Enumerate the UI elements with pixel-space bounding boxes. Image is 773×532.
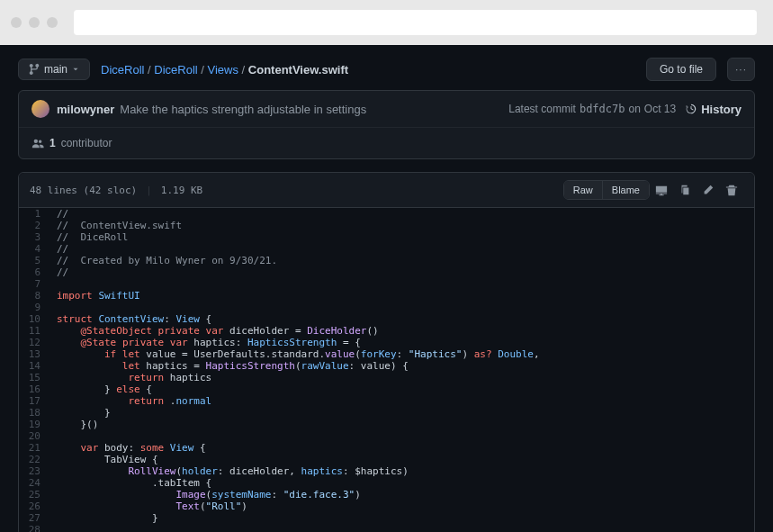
line-number[interactable]: 16: [19, 383, 53, 395]
code-line: 10struct ContentView: View {: [19, 313, 754, 325]
line-content: [53, 278, 754, 290]
commit-box: milowyner Make the haptics strength adju…: [18, 90, 755, 159]
raw-button[interactable]: Raw: [564, 181, 603, 199]
branch-label: main: [44, 63, 67, 76]
line-content: let haptics = HapticsStrength(rawValue: …: [53, 360, 754, 372]
line-number[interactable]: 4: [19, 243, 53, 255]
line-number[interactable]: 2: [19, 220, 53, 231]
line-number[interactable]: 21: [19, 442, 53, 454]
line-content: }: [53, 512, 754, 524]
code-line: 23 RollView(holder: diceHolder, haptics:…: [19, 465, 754, 477]
traffic-lights: [11, 17, 58, 28]
line-content: RollView(holder: diceHolder, haptics: $h…: [53, 465, 754, 477]
delete-button[interactable]: [720, 180, 743, 200]
code-line: 17 return .normal: [19, 395, 754, 407]
line-number[interactable]: 14: [19, 360, 53, 372]
blame-button[interactable]: Blame: [603, 181, 649, 199]
people-icon: [31, 137, 44, 149]
commit-date: Oct 13: [644, 103, 676, 115]
minimize-window-icon[interactable]: [29, 17, 40, 28]
url-bar[interactable]: [74, 10, 757, 35]
close-window-icon[interactable]: [11, 17, 22, 28]
line-number[interactable]: 11: [19, 325, 53, 337]
line-number[interactable]: 13: [19, 348, 53, 360]
latest-commit-label: Latest commit: [508, 103, 576, 115]
line-content: TabView {: [53, 454, 754, 465]
commit-author[interactable]: milowyner: [57, 103, 114, 116]
code-line: 6//: [19, 266, 754, 278]
line-content: } else {: [53, 383, 754, 395]
breadcrumb-link-folder[interactable]: Views: [208, 63, 238, 77]
go-to-file-button[interactable]: Go to file: [646, 58, 716, 81]
contributors-row: 1 contributor: [19, 128, 754, 158]
line-number[interactable]: 10: [19, 313, 53, 325]
line-number[interactable]: 8: [19, 290, 53, 302]
breadcrumb: DiceRoll / DiceRoll / Views / ContentVie…: [101, 63, 635, 77]
chevron-down-icon: [71, 65, 80, 74]
desktop-icon: [655, 184, 668, 196]
copy-button[interactable]: [673, 180, 697, 200]
code-area[interactable]: 1//2// ContentView.swift3// DiceRoll4//5…: [19, 208, 754, 532]
line-content: .tabItem {: [53, 477, 754, 489]
line-number[interactable]: 22: [19, 454, 53, 465]
line-content: }(): [53, 419, 754, 430]
line-number[interactable]: 24: [19, 477, 53, 489]
contributor-count: 1: [49, 137, 56, 149]
commit-hash[interactable]: bdfdc7b: [580, 103, 625, 115]
line-number[interactable]: 9: [19, 302, 53, 313]
code-line: 21 var body: some View {: [19, 442, 754, 454]
code-line: 26 Text("Roll"): [19, 500, 754, 512]
history-link[interactable]: History: [685, 103, 742, 116]
breadcrumb-link-root[interactable]: DiceRoll: [101, 63, 144, 77]
line-number[interactable]: 26: [19, 500, 53, 512]
code-line: 28: [19, 524, 754, 532]
code-line: 15 return haptics: [19, 372, 754, 383]
line-content: Text("Roll"): [53, 500, 754, 512]
line-content: return .normal: [53, 395, 754, 407]
line-number[interactable]: 1: [19, 208, 53, 220]
page-body: main DiceRoll / DiceRoll / Views / Conte…: [0, 45, 773, 532]
line-number[interactable]: 19: [19, 419, 53, 430]
line-number[interactable]: 18: [19, 407, 53, 419]
more-options-button[interactable]: ···: [727, 58, 755, 81]
code-line: 5// Created by Milo Wyner on 9/30/21.: [19, 255, 754, 266]
edit-button[interactable]: [697, 180, 720, 200]
code-line: 13 if let value = UserDefaults.standard.…: [19, 348, 754, 360]
line-number[interactable]: 28: [19, 524, 53, 532]
line-content: Image(systemName: "die.face.3"): [53, 489, 754, 500]
file-info: 48 lines (42 sloc) | 1.19 KB: [30, 185, 563, 196]
line-content: [53, 302, 754, 313]
maximize-window-icon[interactable]: [47, 17, 58, 28]
line-number[interactable]: 7: [19, 278, 53, 290]
code-line: 24 .tabItem {: [19, 477, 754, 489]
copy-icon: [679, 184, 691, 196]
breadcrumb-link-project[interactable]: DiceRoll: [154, 63, 197, 77]
open-desktop-button[interactable]: [650, 180, 673, 200]
line-number[interactable]: 5: [19, 255, 53, 266]
line-number[interactable]: 12: [19, 337, 53, 348]
code-line: 9: [19, 302, 754, 313]
line-number[interactable]: 25: [19, 489, 53, 500]
line-number[interactable]: 27: [19, 512, 53, 524]
code-line: 7: [19, 278, 754, 290]
line-number[interactable]: 23: [19, 465, 53, 477]
git-branch-icon: [28, 63, 40, 76]
commit-message[interactable]: Make the haptics strength adjustable in …: [120, 103, 508, 116]
line-content: //: [53, 243, 754, 255]
line-number[interactable]: 17: [19, 395, 53, 407]
pencil-icon: [702, 184, 715, 196]
code-line: 8import SwiftUI: [19, 290, 754, 302]
line-content: @State private var haptics: HapticsStren…: [53, 337, 754, 348]
code-line: 12 @State private var haptics: HapticsSt…: [19, 337, 754, 348]
line-content: return haptics: [53, 372, 754, 383]
line-number[interactable]: 3: [19, 231, 53, 243]
line-number[interactable]: 20: [19, 430, 53, 442]
line-number[interactable]: 6: [19, 266, 53, 278]
line-content: // ContentView.swift: [53, 220, 754, 231]
branch-select-button[interactable]: main: [18, 59, 90, 80]
trash-icon: [725, 184, 738, 196]
avatar[interactable]: [31, 100, 49, 118]
line-number[interactable]: 15: [19, 372, 53, 383]
file-header: 48 lines (42 sloc) | 1.19 KB Raw Blame: [19, 173, 754, 208]
code-line: 25 Image(systemName: "die.face.3"): [19, 489, 754, 500]
